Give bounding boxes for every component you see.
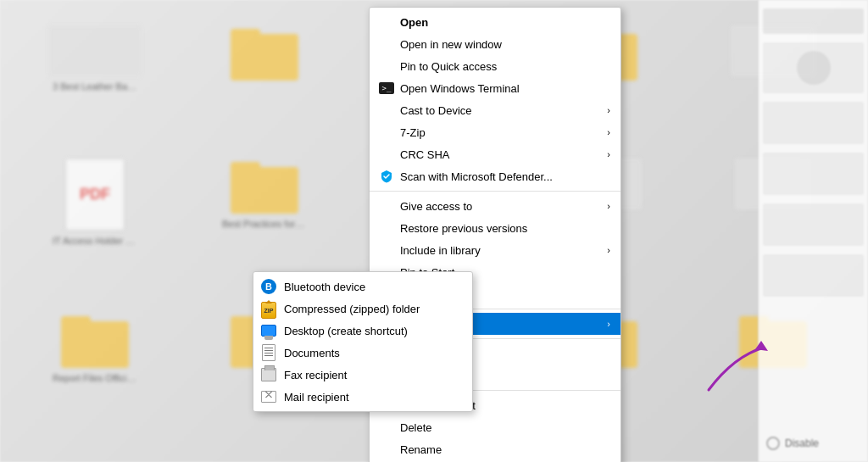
menu-item-rename[interactable]: Rename <box>370 438 620 460</box>
terminal-icon: >_ <box>378 80 395 97</box>
include-library-label: Include in library <box>400 244 481 257</box>
pin-quick-access-label: Pin to Quick access <box>400 60 497 73</box>
defender-icon <box>378 168 395 185</box>
bg-item: PDF IT Access Holder 2021 <box>17 159 173 299</box>
give-access-label: Give access to <box>400 200 472 213</box>
menu-item-7zip[interactable]: 7-Zip › <box>370 121 620 143</box>
give-access-arrow-icon: › <box>607 201 610 211</box>
right-panel: Disable <box>758 0 868 462</box>
bg-item: 3 Best Leather Bands for Samsung Galaxy … <box>17 25 173 145</box>
menu-item-open-terminal[interactable]: >_ Open Windows Terminal <box>370 77 620 99</box>
mail-label: Mail recipient <box>284 391 349 404</box>
fax-icon <box>260 366 277 383</box>
menu-item-restore-versions[interactable]: Restore previous versions <box>370 217 620 239</box>
open-new-window-label: Open in new window <box>400 38 502 51</box>
menu-item-scan-defender[interactable]: Scan with Microsoft Defender... <box>370 165 620 187</box>
send-to-submenu: B Bluetooth device ZIP Compressed (zippe… <box>253 271 473 412</box>
menu-item-crc-sha[interactable]: CRC SHA › <box>370 143 620 165</box>
separator-1 <box>370 191 620 192</box>
menu-item-delete[interactable]: Delete <box>370 416 620 438</box>
bluetooth-label: Bluetooth device <box>284 281 365 293</box>
submenu-item-desktop[interactable]: Desktop (create shortcut) <box>253 320 472 342</box>
include-library-arrow-icon: › <box>607 245 610 255</box>
cast-device-arrow-icon: › <box>607 105 610 115</box>
submenu-item-zip[interactable]: ZIP Compressed (zipped) folder <box>253 298 472 320</box>
rename-label: Rename <box>400 443 442 456</box>
mail-icon <box>260 388 277 405</box>
zip-icon: ZIP <box>260 300 277 317</box>
documents-icon <box>260 344 277 361</box>
menu-item-pin-quick-access[interactable]: Pin to Quick access <box>370 55 620 77</box>
menu-item-open-new-window[interactable]: Open in new window <box>370 33 620 55</box>
bg-item <box>186 25 342 145</box>
fax-label: Fax recipient <box>284 369 347 381</box>
submenu-item-fax[interactable]: Fax recipient <box>253 364 472 386</box>
disable-label: Disable <box>785 437 819 449</box>
open-terminal-label: Open Windows Terminal <box>400 82 520 95</box>
desktop-label: Desktop (create shortcut) <box>284 325 408 337</box>
documents-label: Documents <box>284 347 340 359</box>
open-label: Open <box>400 16 428 29</box>
zip-label: Compressed (zipped) folder <box>284 303 420 315</box>
bluetooth-icon: B <box>260 278 277 295</box>
menu-item-open[interactable]: Open <box>370 11 620 33</box>
delete-label: Delete <box>400 421 432 434</box>
menu-item-include-library[interactable]: Include in library › <box>370 239 620 261</box>
crc-sha-arrow-icon: › <box>607 149 610 159</box>
submenu-item-documents[interactable]: Documents <box>253 342 472 364</box>
7zip-arrow-icon: › <box>607 127 610 137</box>
desktop-shortcut-icon <box>260 322 277 339</box>
scan-defender-label: Scan with Microsoft Defender... <box>400 170 553 183</box>
submenu-item-mail[interactable]: Mail recipient <box>253 386 472 408</box>
bg-item: Report Files Official 2021 <box>17 313 173 437</box>
menu-item-cast-device[interactable]: Cast to Device › <box>370 99 620 121</box>
menu-item-give-access[interactable]: Give access to › <box>370 195 620 217</box>
crc-sha-label: CRC SHA <box>400 148 450 161</box>
send-to-arrow-icon: › <box>607 319 610 329</box>
7zip-label: 7-Zip <box>400 126 426 139</box>
cast-device-label: Cast to Device <box>400 104 472 117</box>
submenu-item-bluetooth[interactable]: B Bluetooth device <box>253 276 472 298</box>
restore-versions-label: Restore previous versions <box>400 222 527 235</box>
